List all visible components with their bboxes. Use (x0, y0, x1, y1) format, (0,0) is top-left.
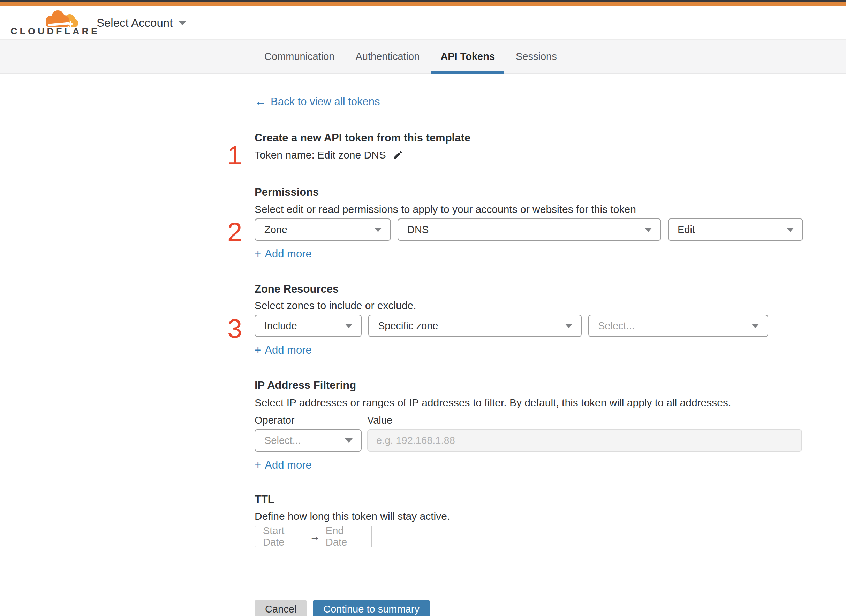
token-name-label: Token name: Edit zone DNS (255, 149, 386, 161)
add-more-label: Add more (265, 459, 311, 471)
ip-filtering-description: Select IP addresses or ranges of IP addr… (255, 397, 731, 409)
ip-filtering-add-more-link[interactable]: + Add more (255, 459, 312, 472)
permissions-add-more-link[interactable]: + Add more (255, 247, 312, 261)
ttl-date-range-input[interactable]: Start Date → End Date (255, 526, 372, 547)
tab-communication[interactable]: Communication (255, 40, 343, 73)
tab-sessions[interactable]: Sessions (507, 40, 566, 73)
permissions-description: Select edit or read permissions to apply… (255, 204, 636, 215)
zone-resources-title: Zone Resources (255, 283, 338, 295)
zone-resources-add-more-link[interactable]: + Add more (255, 343, 312, 357)
add-more-label: Add more (265, 344, 311, 356)
end-date-placeholder: End Date (326, 525, 364, 548)
step-number-2: 2 (227, 219, 242, 245)
brand-orange-bar (0, 2, 846, 6)
token-name-row: Token name: Edit zone DNS (255, 149, 403, 161)
select-placeholder: Select... (598, 320, 635, 332)
zone-include-select[interactable]: Include (255, 315, 362, 337)
app-header: CLOUDFLARE Select Account (0, 6, 846, 40)
chevron-down-icon (345, 324, 353, 328)
chevron-down-icon (565, 324, 572, 328)
select-value: Specific zone (378, 320, 438, 332)
ip-operator-select[interactable]: Select... (255, 429, 362, 452)
tabs: Communication Authentication API Tokens … (254, 40, 567, 73)
chevron-down-icon (374, 227, 382, 232)
create-token-title: Create a new API token from this templat… (255, 132, 471, 144)
continue-to-summary-button[interactable]: Continue to summary (313, 600, 430, 616)
footer-divider (255, 585, 803, 585)
zone-resources-select-row: Include Specific zone Select... (255, 315, 768, 337)
chevron-down-icon (644, 227, 652, 232)
api-token-template-page: CLOUDFLARE Select Account Communication … (0, 0, 846, 616)
ip-filtering-title: IP Address Filtering (255, 379, 356, 392)
select-account-dropdown[interactable]: Select Account (97, 6, 187, 40)
ttl-title: TTL (255, 493, 274, 506)
step-number-1: 1 (227, 142, 242, 169)
arrow-right-icon: → (310, 531, 320, 543)
chevron-down-icon (345, 438, 353, 443)
profile-tabbar: Communication Authentication API Tokens … (0, 40, 846, 73)
select-value: Zone (264, 224, 287, 236)
select-value: DNS (407, 224, 428, 236)
zone-picker-select[interactable]: Select... (588, 315, 768, 337)
select-placeholder: Select... (264, 435, 301, 446)
cancel-button[interactable]: Cancel (255, 600, 307, 616)
add-more-label: Add more (265, 248, 311, 260)
permission-level-select[interactable]: Edit (668, 219, 803, 241)
cloudflare-logo[interactable]: CLOUDFLARE (10, 8, 79, 38)
step-number-3: 3 (227, 315, 242, 342)
zone-resources-description: Select zones to include or exclude. (255, 300, 416, 311)
chevron-down-icon (752, 324, 759, 328)
permissions-select-row: Zone DNS Edit (255, 219, 803, 241)
value-label: Value (367, 415, 392, 426)
cloudflare-wordmark: CLOUDFLARE (10, 26, 100, 37)
select-value: Edit (678, 224, 695, 236)
chevron-down-icon (178, 21, 187, 25)
plus-icon: + (255, 459, 261, 472)
back-to-tokens-link[interactable]: ← Back to view all tokens (255, 95, 380, 109)
operator-label: Operator (255, 415, 294, 426)
chevron-down-icon (786, 227, 794, 232)
ip-value-input (367, 429, 802, 452)
plus-icon: + (255, 247, 261, 261)
edit-pencil-icon[interactable] (392, 150, 403, 161)
tab-api-tokens[interactable]: API Tokens (431, 40, 504, 73)
back-link-label: Back to view all tokens (271, 95, 380, 108)
back-arrow-icon: ← (255, 95, 266, 109)
permission-group-select[interactable]: DNS (397, 219, 661, 241)
select-account-label: Select Account (97, 16, 173, 29)
select-value: Include (264, 320, 297, 332)
permission-scope-select[interactable]: Zone (255, 219, 391, 241)
zone-type-select[interactable]: Specific zone (368, 315, 582, 337)
start-date-placeholder: Start Date (263, 525, 304, 548)
plus-icon: + (255, 343, 261, 357)
footer-buttons: Cancel Continue to summary (255, 600, 430, 616)
tab-authentication[interactable]: Authentication (346, 40, 428, 73)
ttl-description: Define how long this token will stay act… (255, 510, 450, 522)
permissions-title: Permissions (255, 186, 319, 199)
